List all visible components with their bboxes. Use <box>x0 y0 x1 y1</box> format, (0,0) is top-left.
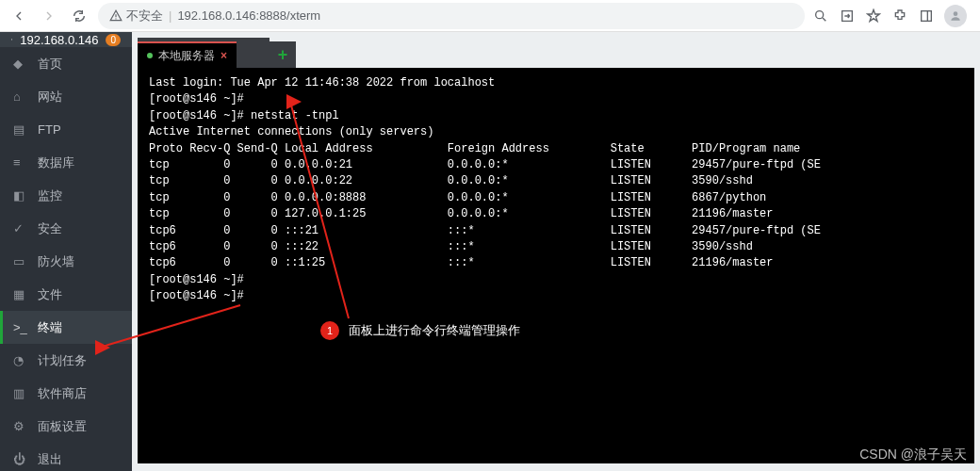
profile-avatar[interactable] <box>944 5 967 27</box>
sidebar-icon: ▭ <box>13 254 28 269</box>
sidebar-icon: ⚙ <box>13 419 28 434</box>
panel-icon[interactable] <box>918 8 935 24</box>
callout-text: 面板上进行命令行终端管理操作 <box>349 322 520 339</box>
status-dot-icon <box>147 53 153 58</box>
shield-icon <box>11 32 12 47</box>
close-icon[interactable]: × <box>220 49 227 62</box>
sidebar-item-6[interactable]: ▭防火墙 <box>0 245 132 278</box>
divider: | <box>169 8 172 23</box>
svg-line-3 <box>823 18 825 21</box>
sidebar-item-label: 退出 <box>38 451 62 468</box>
sidebar-icon: ◧ <box>13 188 28 203</box>
sidebar-icon: ▥ <box>13 386 28 401</box>
sidebar-item-label: 终端 <box>38 319 62 336</box>
watermark: CSDN @浪子吴天 <box>859 447 967 463</box>
tab-local-server[interactable]: 本地服务器 × <box>138 41 237 68</box>
sidebar-icon: ≡ <box>13 155 28 171</box>
toolbar-actions <box>812 5 972 27</box>
sidebar-item-label: 防火墙 <box>38 253 74 270</box>
tab-label: 本地服务器 <box>158 48 215 64</box>
sidebar-item-0[interactable]: ◆首页 <box>0 47 132 80</box>
sidebar-item-8[interactable]: >_终端 <box>0 311 132 344</box>
sidebar-item-label: 数据库 <box>38 154 74 171</box>
sidebar-icon: ◆ <box>13 57 28 72</box>
sidebar-icon: ⌂ <box>13 89 28 105</box>
warning-icon <box>109 9 122 23</box>
svg-point-1 <box>115 18 116 19</box>
sidebar-item-3[interactable]: ≡数据库 <box>0 146 132 179</box>
sidebar-icon: ▤ <box>13 122 28 138</box>
sidebar-item-label: 网站 <box>38 89 62 106</box>
terminal-tabs: 本地服务器 × <box>138 38 270 68</box>
sidebar-item-5[interactable]: ✓安全 <box>0 212 132 245</box>
sidebar-item-label: 计划任务 <box>38 352 87 369</box>
sidebar-icon: ▦ <box>13 287 28 302</box>
extensions-icon[interactable] <box>891 8 908 24</box>
svg-point-2 <box>816 10 824 18</box>
svg-point-6 <box>954 11 958 16</box>
sidebar-icon: ✓ <box>13 221 28 236</box>
forward-button[interactable] <box>38 5 60 27</box>
host-label: 192.168.0.146 <box>20 33 98 47</box>
url-text: 192.168.0.146:8888/xterm <box>177 8 320 23</box>
annotation-callout: 1 面板上进行命令行终端管理操作 <box>320 321 520 340</box>
insecure-text: 不安全 <box>126 8 163 24</box>
terminal-output[interactable]: Last login: Tue Apr 12 11:46:38 2022 fro… <box>138 68 974 463</box>
browser-toolbar: 不安全 | 192.168.0.146:8888/xterm <box>0 0 980 32</box>
sidebar-item-label: 监控 <box>38 187 62 204</box>
insecure-warning: 不安全 <box>109 8 163 24</box>
sidebar-item-11[interactable]: ⚙面板设置 <box>0 410 132 443</box>
sidebar-item-7[interactable]: ▦文件 <box>0 278 132 311</box>
sidebar-icon: ◔ <box>13 353 28 368</box>
search-icon[interactable] <box>812 8 829 24</box>
sidebar-item-9[interactable]: ◔计划任务 <box>0 344 132 377</box>
notification-badge: 0 <box>106 34 121 46</box>
sidebar-icon: >_ <box>13 320 28 335</box>
star-icon[interactable] <box>865 8 882 24</box>
sidebar-item-label: 软件商店 <box>38 385 87 402</box>
sidebar-item-label: FTP <box>38 122 61 137</box>
main-area: 本地服务器 × + Last login: Tue Apr 12 11:46:3… <box>132 32 980 471</box>
reload-button[interactable] <box>68 5 90 27</box>
sidebar-item-2[interactable]: ▤FTP <box>0 113 132 146</box>
address-bar[interactable]: 不安全 | 192.168.0.146:8888/xterm <box>98 3 805 29</box>
sidebar-item-label: 面板设置 <box>38 418 87 435</box>
callout-number: 1 <box>320 321 339 340</box>
workspace: 192.168.0.146 0 ◆首页⌂网站▤FTP≡数据库◧监控✓安全▭防火墙… <box>0 32 980 471</box>
sidebar-header: 192.168.0.146 0 <box>0 32 132 47</box>
add-tab-button[interactable]: + <box>270 41 296 68</box>
svg-rect-4 <box>922 10 932 21</box>
sidebar-icon: ⏻ <box>13 452 28 467</box>
sidebar-item-label: 文件 <box>38 286 62 303</box>
sidebar-item-label: 安全 <box>38 220 62 237</box>
back-button[interactable] <box>8 5 30 27</box>
sidebar-item-1[interactable]: ⌂网站 <box>0 80 132 113</box>
sidebar-item-12[interactable]: ⏻退出 <box>0 443 132 471</box>
sidebar-item-10[interactable]: ▥软件商店 <box>0 377 132 410</box>
share-icon[interactable] <box>839 8 856 24</box>
sidebar: 192.168.0.146 0 ◆首页⌂网站▤FTP≡数据库◧监控✓安全▭防火墙… <box>0 32 132 471</box>
sidebar-item-4[interactable]: ◧监控 <box>0 179 132 212</box>
sidebar-item-label: 首页 <box>38 56 62 73</box>
